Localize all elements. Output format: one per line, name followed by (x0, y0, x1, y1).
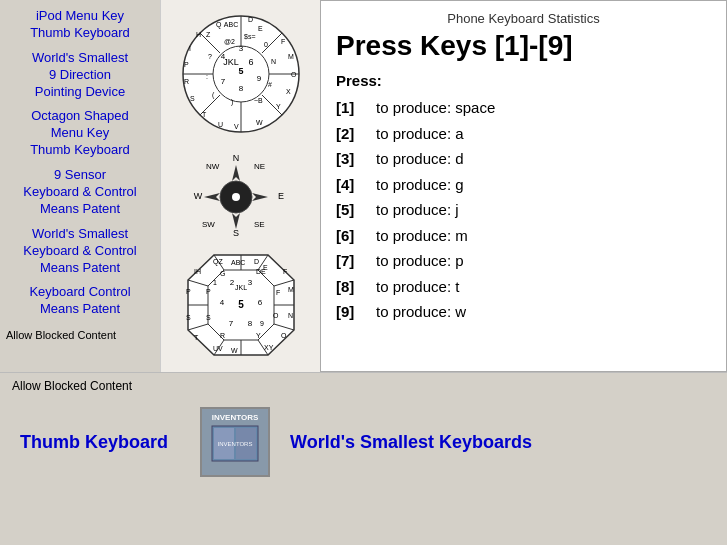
footer-img-content: INVENTORS INVENTORS (210, 413, 260, 472)
sidebar-link-worlds-smallest-2[interactable]: World's Smallest (6, 226, 154, 243)
key-produce-2: to produce: a (376, 121, 464, 147)
key-num-5: [5] (336, 197, 376, 223)
footer-thumb-keyboard-link[interactable]: Thumb Keyboard (20, 432, 180, 453)
key-list: [1] to produce: space [2] to produce: a … (336, 95, 711, 325)
svg-text:ABC: ABC (223, 21, 237, 28)
sidebar-link-keyboard-control-3[interactable]: Keyboard Control (6, 284, 154, 301)
svg-marker-56 (232, 165, 240, 181)
sidebar-link-means-patent-2[interactable]: Means Patent (6, 260, 154, 277)
svg-text:W: W (231, 347, 238, 354)
key-produce-3: to produce: d (376, 146, 464, 172)
svg-text:NE: NE (254, 162, 265, 171)
key-item-1: [1] to produce: space (336, 95, 711, 121)
svg-text:S: S (232, 228, 238, 238)
main-content: Phone Keyboard Statistics Press Keys [1]… (320, 0, 727, 372)
svg-point-60 (232, 193, 240, 201)
svg-text:T: T (202, 111, 207, 118)
svg-text:O: O (281, 332, 287, 339)
svg-text:Y: Y (276, 103, 281, 110)
sidebar-link-9-direction[interactable]: 9 Direction (6, 67, 154, 84)
key-item-6: [6] to produce: m (336, 223, 711, 249)
svg-text:NW: NW (206, 162, 220, 171)
svg-text:UV: UV (213, 345, 223, 352)
svg-text:Z: Z (206, 31, 211, 38)
svg-text:@2: @2 (224, 38, 235, 45)
svg-text:N: N (271, 58, 276, 65)
sidebar-link-worlds-smallest[interactable]: World's Smallest (6, 50, 154, 67)
svg-text:6: 6 (257, 298, 262, 307)
svg-text:W: W (193, 191, 202, 201)
svg-text:W: W (256, 119, 263, 126)
compass-rose: N W E S NW NE SW SE (186, 151, 296, 241)
sidebar-link-9-sensor[interactable]: 9 Sensor (6, 167, 154, 184)
svg-text:QZ: QZ (213, 258, 223, 266)
svg-text:INVENTORS: INVENTORS (218, 441, 253, 447)
key-produce-8: to produce: t (376, 274, 459, 300)
svg-text:JKL: JKL (234, 284, 246, 291)
svg-text:F: F (281, 38, 285, 45)
svg-text:V: V (234, 123, 239, 130)
svg-text:R: R (220, 332, 225, 339)
svg-text:X: X (286, 88, 291, 95)
sidebar-link-thumb-keyboard-1[interactable]: Thumb Keyboard (6, 25, 154, 42)
allow-blocked-label: Allow Blocked Content (12, 379, 132, 393)
sidebar-group-2: World's Smallest 9 Direction Pointing De… (6, 50, 154, 101)
svg-marker-57 (232, 213, 240, 229)
key-item-8: [8] to produce: t (336, 274, 711, 300)
key-item-2: [2] to produce: a (336, 121, 711, 147)
key-item-7: [7] to produce: p (336, 248, 711, 274)
footer-img-inner: INVENTORS (210, 413, 260, 422)
svg-text:~B: ~B (254, 97, 263, 104)
page-layout: iPod Menu Key Thumb Keyboard World's Sma… (0, 0, 727, 485)
svg-text:6: 6 (248, 57, 253, 67)
svg-text:$s=: $s= (244, 33, 255, 40)
sidebar-group-5: World's Smallest Keyboard & Control Mean… (6, 226, 154, 277)
footer-worlds-smallest-link[interactable]: World's Smallest Keyboards (290, 432, 532, 453)
svg-text:S: S (206, 314, 211, 321)
bottom-bar: Allow Blocked Content (0, 372, 727, 399)
svg-text:H: H (196, 268, 201, 275)
sidebar-group-4: 9 Sensor Keyboard & Control Means Patent (6, 167, 154, 218)
svg-text:F: F (283, 268, 287, 275)
sidebar-link-menu-key[interactable]: Menu Key (6, 125, 154, 142)
svg-text:S: S (190, 95, 195, 102)
key-num-6: [6] (336, 223, 376, 249)
svg-text:9: 9 (256, 74, 261, 83)
svg-text:E: E (258, 25, 263, 32)
sidebar-link-thumb-keyboard-2[interactable]: Thumb Keyboard (6, 142, 154, 159)
sidebar-link-means-patent-1[interactable]: Means Patent (6, 201, 154, 218)
sidebar-link-keyboard-control-1[interactable]: Keyboard & Control (6, 184, 154, 201)
footer-image: INVENTORS INVENTORS (200, 407, 270, 477)
sidebar-link-means-patent-3[interactable]: Means Patent (6, 301, 154, 318)
svg-text:N: N (232, 153, 239, 163)
key-produce-7: to produce: p (376, 248, 464, 274)
svg-text::: : (206, 73, 208, 80)
svg-marker-58 (204, 193, 220, 201)
svg-text:Q: Q (216, 21, 222, 29)
main-title: Press Keys [1]-[9] (336, 30, 711, 62)
key-produce-9: to produce: w (376, 299, 466, 325)
svg-text:M: M (288, 53, 294, 60)
sidebar: iPod Menu Key Thumb Keyboard World's Sma… (0, 0, 160, 372)
sidebar-link-pointing-device[interactable]: Pointing Device (6, 84, 154, 101)
key-num-2: [2] (336, 121, 376, 147)
key-num-1: [1] (336, 95, 376, 121)
svg-text:8: 8 (247, 319, 252, 328)
svg-text:T: T (194, 334, 199, 341)
svg-text:O: O (273, 312, 279, 319)
sidebar-link-keyboard-control-2[interactable]: Keyboard & Control (6, 243, 154, 260)
key-num-8: [8] (336, 274, 376, 300)
top-area: iPod Menu Key Thumb Keyboard World's Sma… (0, 0, 727, 372)
sidebar-group-3: Octagon Shaped Menu Key Thumb Keyboard (6, 108, 154, 159)
svg-text:O: O (291, 71, 297, 78)
sidebar-link-octagon-shaped[interactable]: Octagon Shaped (6, 108, 154, 125)
svg-text:S: S (186, 314, 191, 321)
images-column: ABC D E Q Z F M O X Y W V U T S R P (160, 0, 320, 372)
svg-text:SW: SW (202, 220, 215, 229)
key-num-3: [3] (336, 146, 376, 172)
sidebar-link-ipod-menu-key[interactable]: iPod Menu Key (6, 8, 154, 25)
svg-text:I: I (189, 45, 191, 52)
octagon-keyboard: ABC D E QZ H F M N O XY W UV T S P I (176, 250, 306, 363)
key-produce-1: to produce: space (376, 95, 495, 121)
svg-text:3: 3 (247, 278, 252, 287)
